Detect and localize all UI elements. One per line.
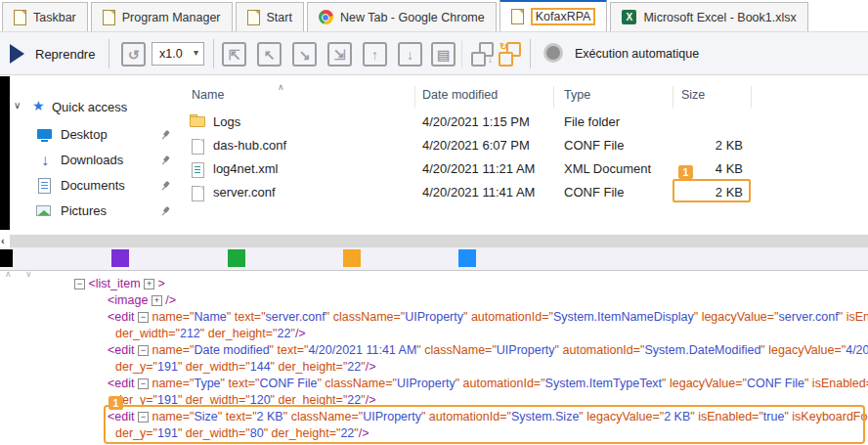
- folder-icon: [190, 114, 206, 130]
- pin-icon[interactable]: [157, 203, 174, 220]
- column-header-size[interactable]: Size: [681, 88, 705, 102]
- chevron-down-icon[interactable]: ∨: [14, 100, 21, 111]
- step-out-button[interactable]: ↑: [363, 42, 387, 67]
- tab-kofaxrpa[interactable]: KofaxRPA: [499, 0, 608, 31]
- minimap-marker[interactable]: [343, 249, 361, 267]
- xml-attr-value: System.DateModified: [645, 343, 761, 357]
- sidebar-item-pictures[interactable]: Pictures: [0, 200, 174, 222]
- dom-tree-view: ∧ ∨ − <list_item + ><image + /><edit − n…: [0, 271, 868, 445]
- pin-icon[interactable]: [157, 153, 174, 169]
- step-forward-button[interactable]: ↘: [292, 42, 317, 67]
- xml-attr-quote: ": [326, 310, 333, 324]
- speed-value: x1.0: [159, 47, 183, 61]
- toolbar-separator: [461, 39, 462, 68]
- file-row-server-conf[interactable]: server.conf4/20/2021 11:41 AMCONF File2 …: [181, 181, 868, 204]
- sidebar-item-label: Downloads: [61, 153, 123, 167]
- sidebar-item-downloads[interactable]: Downloads: [0, 150, 174, 171]
- xml-attr-value: 4/20/2021 11:41 AM: [308, 343, 416, 357]
- xml-attr-quote: ": [456, 377, 463, 390]
- expand-node-icon[interactable]: +: [152, 295, 162, 306]
- refresh-screens-button[interactable]: ↻: [498, 42, 522, 67]
- pin-icon[interactable]: [157, 178, 174, 195]
- documents-icon: [36, 178, 54, 194]
- step-back-icon: ↖: [264, 47, 276, 63]
- column-header-type[interactable]: Type: [564, 88, 590, 102]
- conf-file-icon: [190, 185, 206, 200]
- scrollbar-track[interactable]: [10, 235, 868, 247]
- column-header-date[interactable]: Date modified: [422, 88, 498, 102]
- speed-select[interactable]: x1.0 ▾: [152, 42, 204, 66]
- xml-attr-quote: ": [555, 343, 563, 357]
- tab-new-tab-google-chrome[interactable]: New Tab - Google Chrome: [307, 2, 497, 31]
- xml-attr-value: 144: [250, 360, 271, 374]
- xml-attr-value: UIProperty: [397, 377, 456, 390]
- tab-start[interactable]: Start: [236, 2, 304, 31]
- pin-icon[interactable]: [157, 127, 174, 144]
- minimap-marker[interactable]: [111, 249, 129, 267]
- file-name: das-hub.conf: [213, 134, 286, 157]
- tab-bar: TaskbarProgram ManagerStartNew Tab - Goo…: [0, 0, 868, 32]
- open-screens-button[interactable]: ↓: [470, 42, 495, 67]
- xml-attr-name: der_width=": [186, 360, 250, 374]
- file-size: 2 KB: [673, 134, 743, 157]
- expand-node-icon[interactable]: +: [144, 279, 154, 289]
- restart-icon: ↺: [128, 47, 140, 63]
- xml-attr-value: server.conf: [266, 310, 326, 324]
- file-row-log4net-xml[interactable]: log4net.xml4/20/2021 11:21 AMXML Documen…: [181, 157, 868, 181]
- step-back-button[interactable]: ↖: [257, 42, 282, 67]
- file-date-modified: 4/20/2021 6:07 PM: [422, 134, 530, 157]
- xml-attr-quote: ": [178, 360, 186, 374]
- xml-tag: <edit: [108, 310, 134, 324]
- excel-icon: [622, 10, 636, 24]
- xml-attr-value: CONF File: [259, 377, 317, 390]
- selection-badge: 1: [678, 165, 693, 179]
- tree-line: <edit − name="Name" text="server.conf" c…: [108, 309, 868, 326]
- column-divider: [414, 86, 415, 108]
- step-in-icon: ↓: [407, 47, 413, 63]
- xml-attr-value: UIProperty: [405, 310, 463, 324]
- xml-tag: <edit: [108, 377, 134, 390]
- toolbar-separator: [530, 39, 531, 68]
- horizontal-scrollbar[interactable]: ‹: [0, 235, 868, 247]
- xml-attr-name: text=": [228, 377, 259, 390]
- minimap-marker[interactable]: [228, 249, 245, 267]
- minimap-marker[interactable]: [458, 249, 476, 267]
- sidebar-item-desktop[interactable]: Desktop: [0, 124, 174, 146]
- file-row-das-hub-conf[interactable]: das-hub.conf4/20/2021 6:07 PMCONF File2 …: [181, 134, 868, 157]
- xml-attr-value: CONF File: [747, 377, 804, 390]
- xml-tag: />: [165, 293, 176, 307]
- xml-tag: />: [295, 327, 306, 340]
- tab-label: Program Manager: [122, 11, 221, 24]
- xml-attr-quote: ": [662, 377, 670, 390]
- xml-attr-value: 191: [157, 360, 178, 374]
- xml-tag: >: [158, 277, 165, 290]
- collapse-node-icon[interactable]: −: [138, 378, 149, 389]
- minimap-marker[interactable]: [0, 249, 13, 267]
- sidebar-root-label[interactable]: Quick access: [52, 100, 127, 114]
- tab-microsoft-excel-book1-xlsx[interactable]: Microsoft Excel - Book1.xlsx: [610, 2, 807, 31]
- file-row-logs[interactable]: Logs4/20/2021 1:15 PMFile folder: [181, 111, 868, 134]
- column-header-name[interactable]: Name: [192, 88, 224, 102]
- scroll-left-arrow-icon[interactable]: ‹: [1, 235, 5, 247]
- tab-program-manager[interactable]: Program Manager: [91, 2, 233, 31]
- xml-attr-name: legacyValue=": [670, 377, 747, 390]
- sidebar-item-documents[interactable]: Documents: [0, 175, 174, 197]
- step-in-button[interactable]: ↓: [398, 42, 422, 67]
- step-over-button[interactable]: ⇲: [327, 42, 352, 67]
- tab-taskbar[interactable]: Taskbar: [2, 2, 88, 31]
- collapse-node-icon[interactable]: −: [138, 345, 149, 356]
- restart-button[interactable]: ↺: [121, 42, 146, 67]
- collapse-node-icon[interactable]: −: [138, 312, 149, 323]
- xml-attr-name: isEnabled=": [846, 310, 868, 324]
- xml-attr-name: className=": [333, 310, 406, 324]
- copy-step-button[interactable]: ▤: [431, 42, 456, 67]
- collapse-node-icon[interactable]: −: [74, 279, 85, 289]
- xml-tag: />: [366, 360, 376, 374]
- step-into-back-button[interactable]: ⇱: [222, 42, 246, 67]
- xml-attr-value: Type: [194, 377, 220, 390]
- downloads-icon: [36, 153, 54, 168]
- file-explorer: ∨ ★ Quick access DesktopDownloadsDocumen…: [0, 76, 868, 235]
- quick-access-star-icon: ★: [32, 98, 45, 113]
- xml-attr-value: 22: [347, 360, 361, 374]
- column-divider: [673, 86, 673, 108]
